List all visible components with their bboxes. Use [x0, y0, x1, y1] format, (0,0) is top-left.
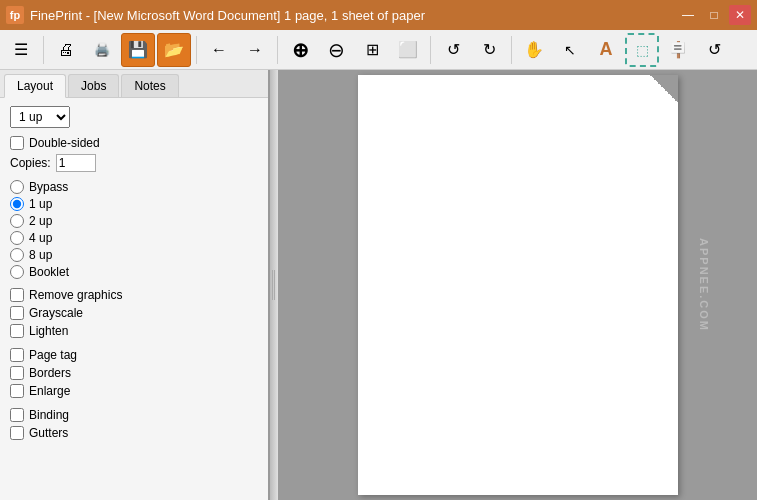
- bypass-row: Bypass: [10, 180, 258, 194]
- bypass-label[interactable]: Bypass: [29, 180, 68, 194]
- watermark: APPNEE.COM: [698, 238, 710, 332]
- toolbar-separator: [43, 36, 44, 64]
- svg-rect-1: [274, 270, 275, 300]
- enlarge-row: Enlarge: [10, 384, 258, 398]
- main-area: Layout Jobs Notes 1 up 2 up 4 up 8 up Do…: [0, 70, 757, 500]
- double-sided-row: Double-sided: [10, 136, 258, 150]
- cursor-button[interactable]: ↖: [553, 33, 587, 67]
- refresh-button[interactable]: ↺: [697, 33, 731, 67]
- 4up-row: 4 up: [10, 231, 258, 245]
- borders-checkbox[interactable]: [10, 366, 24, 380]
- layout-dropdown-row: 1 up 2 up 4 up 8 up: [10, 106, 258, 128]
- paper-preview: [358, 75, 678, 495]
- toolbar-separator2: [196, 36, 197, 64]
- 4up-radio[interactable]: [10, 231, 24, 245]
- tab-layout[interactable]: Layout: [4, 74, 66, 98]
- maximize-button[interactable]: □: [703, 5, 725, 25]
- frame-button[interactable]: ⬜: [391, 33, 425, 67]
- redo-button[interactable]: ↻: [472, 33, 506, 67]
- bypass-radio[interactable]: [10, 180, 24, 194]
- enlarge-label[interactable]: Enlarge: [29, 384, 70, 398]
- borders-row: Borders: [10, 366, 258, 380]
- 1up-radio[interactable]: [10, 197, 24, 211]
- titlebar-title: FinePrint - [New Microsoft Word Document…: [30, 8, 425, 23]
- booklet-radio[interactable]: [10, 265, 24, 279]
- 2up-row: 2 up: [10, 214, 258, 228]
- print-button[interactable]: 🖨: [49, 33, 83, 67]
- preview-area: APPNEE.COM: [278, 70, 757, 500]
- minimize-button[interactable]: —: [677, 5, 699, 25]
- toolbar-separator3: [277, 36, 278, 64]
- back-button[interactable]: ←: [202, 33, 236, 67]
- gutters-row: Gutters: [10, 426, 258, 440]
- gutters-checkbox[interactable]: [10, 426, 24, 440]
- toolbar: ☰ 🖨 🖨️ 💾 📂 ← → ⊕ ⊖ ⊞ ⬜ ↺ ↻ ✋ ↖ A ⬚ 🪧 ↺: [0, 30, 757, 70]
- tab-jobs[interactable]: Jobs: [68, 74, 119, 97]
- tab-notes[interactable]: Notes: [121, 74, 178, 97]
- hand-button[interactable]: ✋: [517, 33, 551, 67]
- save-button[interactable]: 💾: [121, 33, 155, 67]
- svg-rect-0: [272, 270, 273, 300]
- left-panel: Layout Jobs Notes 1 up 2 up 4 up 8 up Do…: [0, 70, 270, 500]
- page-tag-row: Page tag: [10, 348, 258, 362]
- grayscale-row: Grayscale: [10, 306, 258, 320]
- toolbar-separator4: [430, 36, 431, 64]
- booklet-label[interactable]: Booklet: [29, 265, 69, 279]
- grayscale-checkbox[interactable]: [10, 306, 24, 320]
- open-button[interactable]: 📂: [157, 33, 191, 67]
- 2up-radio[interactable]: [10, 214, 24, 228]
- lighten-checkbox[interactable]: [10, 324, 24, 338]
- 4up-label[interactable]: 4 up: [29, 231, 52, 245]
- undo-button[interactable]: ↺: [436, 33, 470, 67]
- 1up-label[interactable]: 1 up: [29, 197, 52, 211]
- 8up-radio[interactable]: [10, 248, 24, 262]
- gutters-label[interactable]: Gutters: [29, 426, 68, 440]
- remove-button[interactable]: ⊖: [319, 33, 353, 67]
- page-tag-checkbox[interactable]: [10, 348, 24, 362]
- binding-checkbox[interactable]: [10, 408, 24, 422]
- resize-handle[interactable]: [270, 70, 278, 500]
- grayscale-label[interactable]: Grayscale: [29, 306, 83, 320]
- titlebar-left: fp FinePrint - [New Microsoft Word Docum…: [6, 6, 425, 24]
- remove-graphics-checkbox[interactable]: [10, 288, 24, 302]
- titlebar-controls: — □ ✕: [677, 5, 751, 25]
- binding-row: Binding: [10, 408, 258, 422]
- copies-label: Copies:: [10, 156, 51, 170]
- add-button[interactable]: ⊕: [283, 33, 317, 67]
- double-sided-checkbox[interactable]: [10, 136, 24, 150]
- stamp-button[interactable]: 🪧: [661, 33, 695, 67]
- remove-graphics-row: Remove graphics: [10, 288, 258, 302]
- grid-button[interactable]: ⊞: [355, 33, 389, 67]
- lighten-row: Lighten: [10, 324, 258, 338]
- remove-graphics-label[interactable]: Remove graphics: [29, 288, 122, 302]
- text-button[interactable]: A: [589, 33, 623, 67]
- app-logo: fp: [6, 6, 24, 24]
- 1up-row: 1 up: [10, 197, 258, 211]
- toolbar-separator5: [511, 36, 512, 64]
- copies-row: Copies:: [10, 154, 258, 172]
- copies-input[interactable]: [56, 154, 96, 172]
- forward-button[interactable]: →: [238, 33, 272, 67]
- print2-button[interactable]: 🖨️: [85, 33, 119, 67]
- enlarge-checkbox[interactable]: [10, 384, 24, 398]
- page-tag-label[interactable]: Page tag: [29, 348, 77, 362]
- select-button[interactable]: ⬚: [625, 33, 659, 67]
- menu-button[interactable]: ☰: [4, 33, 38, 67]
- borders-label[interactable]: Borders: [29, 366, 71, 380]
- layout-dropdown[interactable]: 1 up 2 up 4 up 8 up: [10, 106, 70, 128]
- tab-bar: Layout Jobs Notes: [0, 70, 268, 98]
- lighten-label[interactable]: Lighten: [29, 324, 68, 338]
- booklet-row: Booklet: [10, 265, 258, 279]
- binding-label[interactable]: Binding: [29, 408, 69, 422]
- titlebar: fp FinePrint - [New Microsoft Word Docum…: [0, 0, 757, 30]
- 8up-label[interactable]: 8 up: [29, 248, 52, 262]
- 2up-label[interactable]: 2 up: [29, 214, 52, 228]
- double-sided-label[interactable]: Double-sided: [29, 136, 100, 150]
- 8up-row: 8 up: [10, 248, 258, 262]
- panel-content: 1 up 2 up 4 up 8 up Double-sided Copies:…: [0, 98, 268, 500]
- close-button[interactable]: ✕: [729, 5, 751, 25]
